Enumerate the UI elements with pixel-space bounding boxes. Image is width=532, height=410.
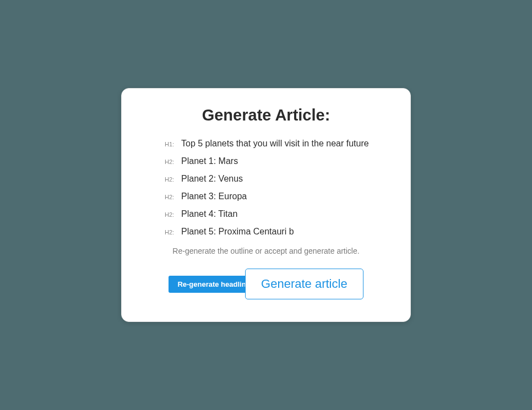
heading-text: Planet 4: Titan bbox=[181, 209, 237, 219]
heading-text: Planet 5: Proxima Centauri b bbox=[181, 227, 294, 237]
heading-text: Planet 2: Venus bbox=[181, 174, 243, 184]
heading-level-label: H2: bbox=[165, 158, 176, 165]
heading-level-label: H2: bbox=[165, 229, 176, 236]
outline-item: H2: Planet 1: Mars bbox=[165, 156, 384, 166]
heading-level-label: H2: bbox=[165, 194, 176, 200]
button-row: Re-generate headlines Generate article bbox=[122, 269, 410, 299]
outline-item: H2: Planet 4: Titan bbox=[165, 209, 384, 219]
generate-article-button[interactable]: Generate article bbox=[245, 269, 363, 299]
heading-text: Planet 1: Mars bbox=[181, 156, 238, 166]
outline-item: H2: Planet 2: Venus bbox=[165, 174, 384, 184]
heading-level-label: H2: bbox=[165, 211, 176, 218]
heading-level-label: H1: bbox=[165, 141, 176, 147]
heading-level-label: H2: bbox=[165, 176, 176, 183]
generate-article-card: Generate Article: H1: Top 5 planets that… bbox=[121, 88, 411, 322]
outline-item: H2: Planet 5: Proxima Centauri b bbox=[165, 227, 384, 237]
outline-item: H2: Planet 3: Europa bbox=[165, 192, 384, 201]
card-title: Generate Article: bbox=[122, 106, 410, 124]
outline-list: H1: Top 5 planets that you will visit in… bbox=[122, 139, 410, 237]
heading-text: Top 5 planets that you will visit in the… bbox=[181, 139, 369, 149]
outline-item: H1: Top 5 planets that you will visit in… bbox=[165, 139, 384, 149]
instruction-text: Re-generate the outline or accept and ge… bbox=[122, 247, 410, 255]
heading-text: Planet 3: Europa bbox=[181, 192, 247, 201]
